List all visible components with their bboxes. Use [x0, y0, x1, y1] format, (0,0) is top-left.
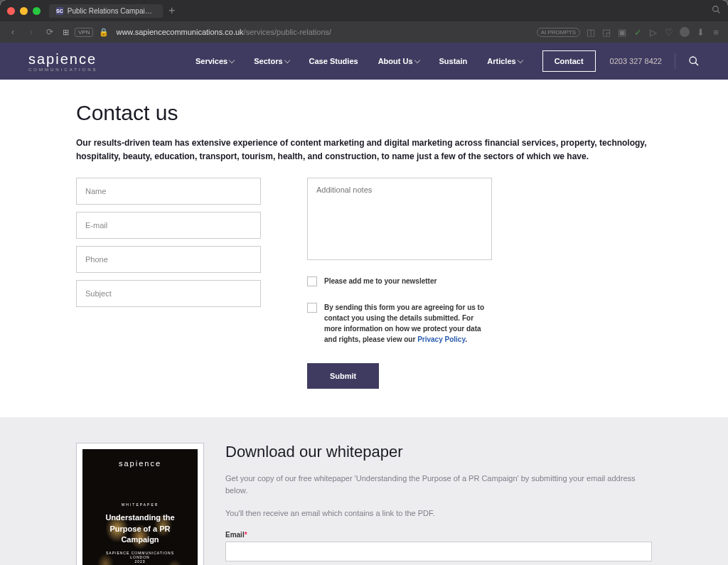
- wp-email-label: Email*: [225, 531, 652, 539]
- chevron-down-icon: [284, 58, 289, 63]
- cast-icon[interactable]: ▣: [617, 27, 627, 37]
- chevron-down-icon: [414, 58, 419, 63]
- contact-button[interactable]: Contact: [542, 50, 596, 72]
- back-button[interactable]: ‹: [7, 27, 18, 37]
- email-field[interactable]: [76, 212, 261, 239]
- whitepaper-cover: sapience WHITEPAPER Understanding the Pu…: [76, 443, 204, 565]
- tab-title: Public Relations Campaigns & I: [68, 7, 156, 15]
- sidebar-icon[interactable]: ◫: [586, 27, 596, 37]
- whitepaper-text-2: You'll then receive an email which conta…: [225, 507, 652, 520]
- window-close[interactable]: [7, 7, 15, 15]
- wp-email-field[interactable]: [225, 542, 652, 561]
- chevron-down-icon: [229, 58, 235, 63]
- newsletter-checkbox[interactable]: [307, 276, 317, 286]
- reload-button[interactable]: ⟳: [44, 27, 55, 37]
- menu-icon[interactable]: ≡: [711, 27, 721, 37]
- shield-icon[interactable]: ✓: [633, 27, 643, 37]
- privacy-policy-link[interactable]: Privacy Policy: [417, 335, 465, 343]
- wp-cover-logo: sapience: [94, 459, 186, 468]
- vpn-badge[interactable]: VPN: [75, 28, 93, 37]
- search-icon[interactable]: [688, 55, 700, 67]
- download-icon[interactable]: ⬇: [695, 27, 705, 37]
- new-tab-button[interactable]: +: [168, 4, 175, 17]
- play-icon[interactable]: ▷: [648, 27, 658, 37]
- whitepaper-text-1: Get your copy of our free whitepaper 'Un…: [225, 473, 652, 496]
- nav-sectors[interactable]: Sectors: [254, 57, 289, 65]
- heart-icon[interactable]: ♡: [664, 27, 674, 37]
- apps-icon[interactable]: ⊞: [63, 28, 69, 37]
- svg-line-1: [717, 11, 719, 13]
- window-maximize[interactable]: [33, 7, 41, 15]
- consent-checkbox[interactable]: [307, 303, 317, 313]
- contact-description: Our results-driven team has extensive ex…: [76, 136, 652, 163]
- nav-sustain[interactable]: Sustain: [439, 57, 468, 65]
- divider: [675, 53, 675, 69]
- site-header: sapience COMMUNICATIONS Services Sectors…: [0, 43, 728, 80]
- favicon: SC: [56, 7, 63, 15]
- screenshot-icon[interactable]: ◲: [601, 27, 611, 37]
- wp-cover-type: WHITEPAPER: [94, 502, 186, 507]
- whitepaper-section: sapience WHITEPAPER Understanding the Pu…: [0, 417, 728, 565]
- browser-tab-bar: SC Public Relations Campaigns & I +: [0, 0, 728, 21]
- profile-icon[interactable]: [680, 27, 690, 37]
- window-minimize[interactable]: [20, 7, 28, 15]
- notes-field[interactable]: [307, 178, 492, 260]
- browser-search-icon[interactable]: [712, 5, 721, 16]
- url-bar: ‹ › ⟳ ⊞ VPN 🔒 www.sapiencecommunications…: [0, 21, 728, 43]
- submit-button[interactable]: Submit: [307, 363, 379, 389]
- logo[interactable]: sapience COMMUNICATIONS: [28, 51, 98, 72]
- url-field[interactable]: www.sapiencecommunications.co.uk/service…: [116, 28, 529, 36]
- svg-point-0: [713, 6, 719, 12]
- contact-section: Contact us Our results-driven team has e…: [76, 80, 652, 417]
- subject-field[interactable]: [76, 280, 261, 307]
- svg-line-3: [695, 63, 698, 65]
- chevron-down-icon: [517, 58, 523, 63]
- wp-cover-headline: Understanding the Purpose of a PR Campai…: [94, 512, 186, 545]
- nav-about-us[interactable]: About Us: [378, 57, 419, 65]
- lock-icon: 🔒: [99, 28, 109, 37]
- forward-button[interactable]: ›: [26, 27, 37, 37]
- whitepaper-title: Download our whitepaper: [225, 443, 652, 461]
- phone-field[interactable]: [76, 246, 261, 273]
- page-title: Contact us: [76, 101, 652, 125]
- name-field[interactable]: [76, 178, 261, 205]
- nav-services[interactable]: Services: [196, 57, 234, 65]
- consent-label: By sending this form you are agreeing fo…: [324, 302, 492, 345]
- nav-case-studies[interactable]: Case Studies: [309, 57, 358, 65]
- nav-articles[interactable]: Articles: [487, 57, 522, 65]
- header-phone[interactable]: 0203 327 8422: [610, 57, 662, 65]
- newsletter-label: Please add me to your newsletter: [324, 276, 437, 286]
- main-nav: Services Sectors Case Studies About Us S…: [196, 50, 596, 72]
- browser-tab[interactable]: SC Public Relations Campaigns & I: [49, 4, 163, 18]
- svg-point-2: [690, 57, 696, 63]
- ai-prompts-badge[interactable]: AI PROMPTS: [537, 28, 580, 37]
